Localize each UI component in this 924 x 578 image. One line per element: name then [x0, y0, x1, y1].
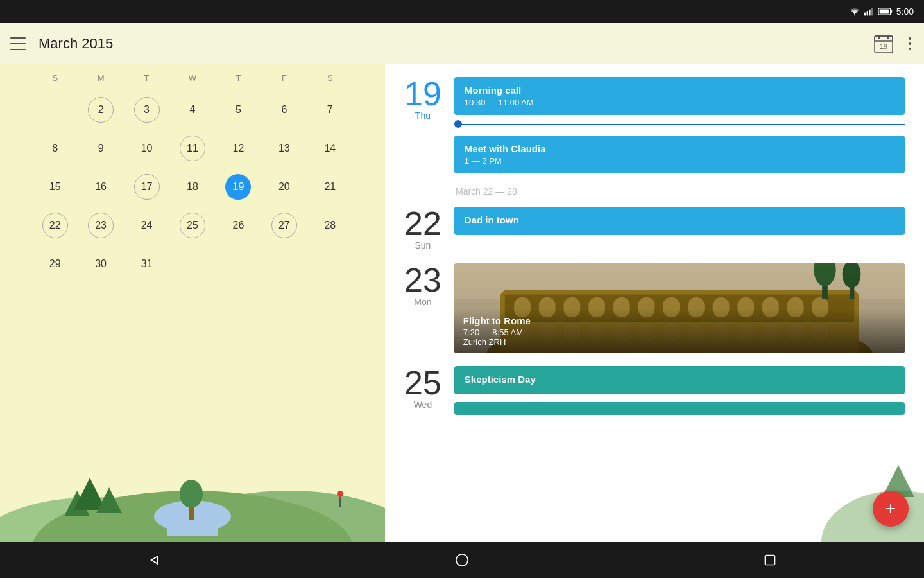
- calendar-day-14[interactable]: 14: [307, 129, 353, 168]
- calendar-day-24[interactable]: 24: [124, 206, 169, 245]
- day-19-events: Morning call 10:30 — 11:00 AM Meet with …: [454, 77, 905, 173]
- day-header-wed: W: [169, 71, 215, 85]
- calendar-day-26[interactable]: 26: [216, 206, 261, 245]
- svg-rect-9: [875, 36, 893, 41]
- svg-point-66: [456, 554, 468, 566]
- calendar-day-30[interactable]: 30: [78, 245, 123, 283]
- day-25-info: 25 Wed: [404, 366, 441, 410]
- calendar-day-18[interactable]: 18: [169, 168, 215, 206]
- wifi-icon: [849, 7, 860, 16]
- calendar-day-22[interactable]: 22: [32, 206, 78, 245]
- flight-rome-event[interactable]: Flight to Rome 7:20 — 8:55 AM Zurich ZRH: [454, 263, 905, 353]
- calendar-day-5[interactable]: 5: [216, 91, 261, 129]
- events-scroll: 19 Thu Morning call 10:30 — 11:00 AM: [385, 64, 924, 441]
- day-header-thu: T: [216, 71, 261, 85]
- calendar-day-7[interactable]: 7: [307, 91, 353, 129]
- calendar-grid: S M T W T F S 2 3 4 5 6: [0, 64, 385, 296]
- month-title: March 2015: [38, 35, 871, 52]
- calendar-icon: 19: [873, 33, 894, 54]
- home-button[interactable]: [443, 547, 481, 573]
- add-event-button[interactable]: +: [873, 491, 909, 527]
- day-headers: S M T W T F S: [32, 71, 353, 85]
- svg-point-0: [854, 14, 855, 15]
- plus-icon: +: [886, 500, 896, 518]
- day-23-events: Flight to Rome 7:20 — 8:55 AM Zurich ZRH: [454, 263, 905, 353]
- calendar-day-2[interactable]: 2: [78, 91, 123, 129]
- calendar-day-13[interactable]: 13: [261, 129, 307, 168]
- calendar-day-23[interactable]: 23: [78, 206, 123, 245]
- home-icon: [455, 553, 469, 567]
- day-23-section: 23 Mon: [404, 263, 905, 353]
- calendar-day-17[interactable]: 17: [124, 168, 169, 206]
- calendar-day-29[interactable]: 29: [32, 245, 78, 283]
- flight-event-title: Flight to Rome: [463, 315, 896, 326]
- morning-call-title: Morning call: [465, 85, 894, 96]
- calendar-day-31[interactable]: 31: [124, 245, 169, 283]
- day-header-sun: S: [32, 71, 78, 85]
- calendar-week-3: 15 16 17 18 19 20 21: [32, 168, 353, 206]
- calendar-week-5: 29 30 31: [32, 245, 353, 283]
- signal-icon: [864, 7, 875, 16]
- calendar-day-27[interactable]: 27: [261, 206, 307, 245]
- day-header-sat: S: [307, 71, 353, 85]
- day-22-number: 22: [404, 207, 441, 240]
- calendar-week-4: 22 23 24 25 26 27 28: [32, 206, 353, 245]
- calendar-day-6[interactable]: 6: [261, 91, 307, 129]
- calendar-day-empty4: [261, 245, 307, 283]
- meet-claudia-time: 1 — 2 PM: [465, 156, 894, 166]
- calendar-day-15[interactable]: 15: [32, 168, 78, 206]
- svg-point-23: [180, 480, 203, 508]
- app-container: March 2015 19: [0, 23, 924, 542]
- calendar-day-19-today[interactable]: 19: [216, 168, 261, 206]
- calendar-day-3[interactable]: 3: [124, 91, 169, 129]
- day-22-events: Dad in town: [454, 207, 905, 235]
- day-22-name: Sun: [415, 240, 431, 250]
- day-header-mon: M: [78, 71, 123, 85]
- calendar-day-4[interactable]: 4: [169, 91, 215, 129]
- morning-call-time: 10:30 — 11:00 AM: [465, 98, 894, 107]
- right-background: [796, 414, 924, 542]
- svg-rect-3: [869, 10, 870, 16]
- menu-button[interactable]: [10, 37, 26, 50]
- svg-point-63: [821, 491, 924, 542]
- content-area: S M T W T F S 2 3 4 5 6: [0, 64, 924, 542]
- meet-claudia-event[interactable]: Meet with Claudia 1 — 2 PM: [454, 136, 905, 173]
- skepticism-day-event[interactable]: Skepticism Day: [454, 366, 905, 394]
- calendar-day-25[interactable]: 25: [169, 206, 215, 245]
- svg-point-24: [337, 491, 343, 497]
- svg-rect-4: [871, 8, 873, 15]
- back-button[interactable]: [135, 547, 173, 573]
- day-25-section: 25 Wed Skepticism Day: [404, 366, 905, 415]
- calendar-day-11[interactable]: 11: [169, 129, 215, 168]
- calendar-day-8[interactable]: 8: [32, 129, 78, 168]
- partial-event[interactable]: [454, 402, 905, 415]
- day-19-info: 19 Thu: [404, 77, 441, 121]
- svg-rect-6: [890, 10, 892, 13]
- calendar-day-empty2: [169, 245, 215, 283]
- status-bar: 5:00: [0, 0, 924, 23]
- calendar-day-28[interactable]: 28: [307, 206, 353, 245]
- calendar-day-21[interactable]: 21: [307, 168, 353, 206]
- svg-rect-67: [766, 556, 775, 565]
- status-icons: 5:00: [849, 6, 914, 17]
- flight-event-overlay: Flight to Rome 7:20 — 8:55 AM Zurich ZRH: [454, 309, 905, 353]
- calendar-day-10[interactable]: 10: [124, 129, 169, 168]
- calendar-day-9[interactable]: 9: [78, 129, 123, 168]
- more-options-button[interactable]: [906, 35, 914, 53]
- svg-rect-7: [879, 10, 888, 14]
- background-illustration: [0, 375, 385, 542]
- status-time: 5:00: [896, 6, 914, 17]
- today-button[interactable]: 19: [871, 31, 896, 56]
- calendar-day-16[interactable]: 16: [78, 168, 123, 206]
- recent-button[interactable]: [751, 547, 789, 573]
- svg-text:19: 19: [880, 42, 887, 50]
- morning-call-event[interactable]: Morning call 10:30 — 11:00 AM: [454, 77, 905, 115]
- dad-in-town-title: Dad in town: [465, 215, 894, 225]
- calendar-week-2: 8 9 10 11 12 13 14: [32, 129, 353, 168]
- top-bar-right: 19: [871, 31, 914, 56]
- calendar-day-12[interactable]: 12: [216, 129, 261, 168]
- dad-in-town-event[interactable]: Dad in town: [454, 207, 905, 235]
- calendar-day-20[interactable]: 20: [261, 168, 307, 206]
- day-22-section: 22 Sun Dad in town: [404, 207, 905, 250]
- day-19-number: 19: [404, 77, 441, 110]
